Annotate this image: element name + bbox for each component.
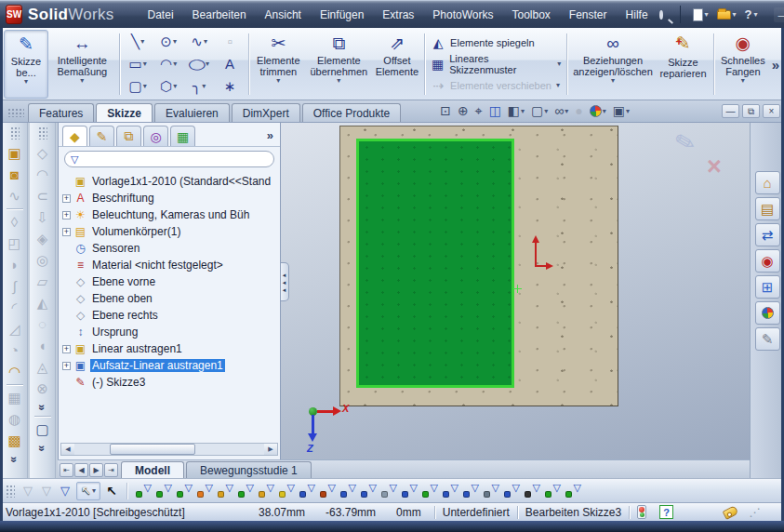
select-all-filters-icon[interactable]: ▽ [56, 482, 74, 500]
quick-tips-help-button[interactable]: ? [659, 505, 673, 519]
scroll-first-button[interactable]: ⇤ [60, 463, 73, 477]
tree-item-ursprung[interactable]: + ↕ Ursprung [59, 324, 280, 340]
tree-item-volumenkoerper[interactable]: + ▤ Volumenkörper(1) [59, 223, 280, 240]
model-tab[interactable]: Modell [121, 461, 184, 478]
document-close-button[interactable]: × [763, 104, 780, 118]
display-style-icon[interactable]: ▢ ▾ [529, 103, 550, 119]
scroll-thumb[interactable] [110, 444, 195, 455]
exit-sketch-button[interactable]: ✎ Skizze be... ▾ [4, 30, 48, 99]
zoom-to-selection-icon[interactable]: ⌖ [473, 103, 485, 119]
expand-toggle[interactable]: + [62, 194, 71, 203]
filter-edges[interactable]: ▽ [153, 482, 174, 500]
grayed-tool-icon[interactable]: ◈ [33, 228, 53, 249]
wrap-icon[interactable]: ◠ [5, 361, 25, 382]
sketch-text-icon[interactable]: A [215, 53, 246, 75]
configurationmanager-tab[interactable]: ⧉ [116, 126, 141, 146]
resize-grip[interactable]: ⋰ [749, 506, 760, 519]
dropdown-arrow-icon[interactable]: ▾ [733, 11, 737, 19]
document-restore-button[interactable]: ⧉ [742, 104, 760, 118]
offset-entities-button[interactable]: ⇗ Offset Elemente [373, 30, 421, 99]
grayed-tool-icon[interactable]: ◇ [33, 142, 53, 164]
extruded-cut-icon[interactable]: ◰ [5, 233, 25, 254]
filter-sketch-points[interactable]: ▽ [297, 482, 317, 500]
grayed-tool-icon[interactable]: ◌ [33, 313, 53, 335]
grayed-tool-icon[interactable]: ▱ [33, 271, 53, 292]
confirmation-corner-exit-sketch-icon[interactable]: ✎ [671, 126, 698, 160]
dropdown-arrow-icon[interactable]: ▾ [143, 60, 147, 68]
tree-item-aufsatz-linear-austragen1[interactable]: + ▣ Aufsatz-Linear austragen1 [59, 357, 280, 374]
part-face[interactable] [339, 126, 618, 406]
extruded-boss-icon[interactable]: ▣ [5, 142, 25, 164]
search-icon[interactable] [659, 10, 663, 20]
document-minimize-button[interactable]: — [722, 104, 739, 118]
model-tab[interactable]: Bewegungsstudie 1 [186, 461, 312, 478]
selected-sketch-region[interactable] [356, 139, 514, 388]
ellipse-icon[interactable]: ◯ ▾ [184, 53, 215, 75]
scroll-right-button[interactable]: ▶ [89, 463, 103, 477]
filter-blocks[interactable]: ▽ [399, 482, 419, 500]
filter-decals[interactable]: ▽ [522, 482, 542, 500]
dropdown-arrow-icon[interactable]: ▾ [611, 77, 615, 85]
convert-entities-button[interactable]: ⧉ Elemente übernehmen ▾ [305, 30, 373, 99]
filter-notes[interactable]: ▽ [440, 482, 460, 500]
circle-icon[interactable]: ⊙ ▾ [153, 31, 184, 53]
dropdown-arrow-icon[interactable]: ▾ [626, 108, 630, 115]
grayed-tool-icon[interactable]: ◎ [33, 249, 53, 271]
grayed-tool-icon[interactable]: ◭ [33, 292, 53, 313]
fillet-icon[interactable]: ◜ [5, 297, 25, 318]
linear-sketch-pattern-button[interactable]: ▦ Lineares Skizzenmuster ▾ [428, 53, 564, 75]
menu-item[interactable]: Extras [373, 5, 423, 25]
dropdown-arrow-icon[interactable]: ▾ [741, 77, 745, 85]
tree-item-linear-austragen1[interactable]: + ▣ Linear austragen1 [59, 340, 280, 357]
tree-item-ebene-vorne[interactable]: + ◇ Ebene vorne [59, 273, 280, 290]
dropdown-arrow-icon[interactable]: ▾ [544, 108, 548, 115]
dropdown-arrow-icon[interactable]: ▾ [276, 77, 280, 85]
dropdown-arrow-icon[interactable]: ▾ [173, 38, 177, 46]
filter-surface-bodies[interactable]: ▽ [194, 482, 215, 500]
select-arrow-button[interactable]: ↖▾ [76, 482, 100, 500]
circular-pattern-icon[interactable]: ◍ [5, 408, 25, 430]
dropdown-arrow-icon[interactable]: ▾ [705, 11, 709, 19]
sketch-origin-marker[interactable] [529, 232, 555, 273]
scroll-left-arrow[interactable]: ◀ [61, 444, 74, 455]
dropdown-arrow-icon[interactable]: ▾ [143, 83, 147, 90]
filter-routing-points[interactable]: ▽ [563, 482, 583, 500]
standard-views-cube-icon[interactable]: ▢ [33, 419, 53, 440]
filter-hatches[interactable]: ▽ [379, 482, 399, 500]
menu-item[interactable]: Toolbox [502, 5, 559, 25]
menu-item[interactable]: PhotoWorks [423, 5, 502, 25]
lofted-boss-icon[interactable]: ◊ [5, 211, 25, 233]
ribbon-more-chevron[interactable]: » [769, 57, 782, 73]
toolbar-more-chevron[interactable]: » [36, 446, 49, 452]
tree-item-skizze3[interactable]: + ✎ (-) Skizze3 [59, 374, 280, 391]
displaymanager-tab[interactable]: ▦ [170, 126, 195, 146]
design-library-icon[interactable]: ▤ [755, 197, 780, 220]
command-tab[interactable]: Office Produkte [302, 103, 402, 122]
dropdown-arrow-icon[interactable]: ▾ [603, 108, 606, 115]
command-tab[interactable]: Skizze [96, 103, 153, 122]
expand-toggle[interactable]: + [62, 228, 71, 236]
lasso-select-button[interactable]: ↖ [102, 482, 121, 500]
graphics-viewport[interactable]: X Z ✎ × ◂ ◂ ◂ [281, 123, 750, 478]
filter-midpoints[interactable]: ▽ [276, 482, 297, 500]
zoom-area-icon[interactable]: ⊕ [456, 103, 471, 119]
propertymanager-tab[interactable]: ✎ [89, 126, 114, 146]
mirror-entities-button[interactable]: ◭ Elemente spiegeln [428, 35, 564, 50]
panel-more-chevron[interactable]: » [264, 128, 276, 142]
tag-icon[interactable] [723, 505, 739, 520]
search-icon[interactable]: ◉ [755, 249, 780, 273]
scene-icon[interactable]: ▣ ▾ [611, 103, 631, 119]
command-tab[interactable]: DimXpert [232, 103, 300, 122]
tree-filter-input[interactable] [82, 153, 268, 166]
command-tab[interactable]: Features [28, 103, 94, 122]
custom-properties-icon[interactable]: ✎ [755, 327, 780, 351]
filter-center-marks[interactable]: ▽ [419, 482, 440, 500]
dropdown-arrow-icon[interactable]: ▾ [80, 77, 84, 85]
tree-item-ebene-rechts[interactable]: + ◇ Ebene rechts [59, 307, 280, 324]
dropdown-arrow-icon[interactable]: ▾ [521, 108, 525, 115]
sketch-point-marker[interactable] [513, 285, 522, 293]
scroll-left-button[interactable]: ◀ [74, 463, 88, 477]
repair-sketch-button[interactable]: +✎ Skizze reparieren [656, 30, 711, 99]
arc-icon[interactable]: ◠ ▾ [153, 53, 184, 75]
slot-icon[interactable]: ▢ ▾ [123, 75, 153, 98]
